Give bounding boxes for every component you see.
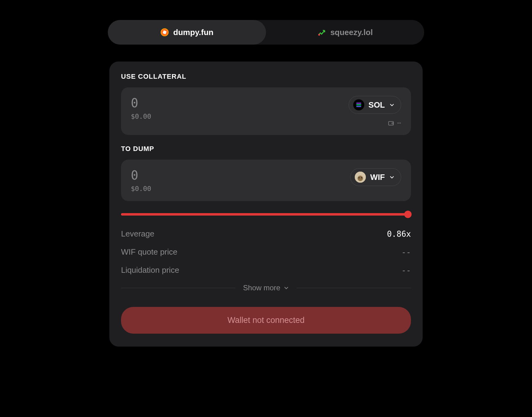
chevron-down-icon bbox=[389, 102, 395, 108]
svg-rect-5 bbox=[356, 106, 361, 107]
collateral-token-name: SOL bbox=[369, 100, 385, 110]
quote-price-value: -- bbox=[401, 248, 411, 257]
trade-card: USE COLLATERAL 0 $0.00 SOL bbox=[109, 62, 423, 347]
squeezy-icon bbox=[317, 28, 326, 37]
liquidation-price-label: Liquidation price bbox=[121, 265, 179, 275]
svg-rect-3 bbox=[356, 103, 361, 104]
svg-point-2 bbox=[318, 34, 320, 36]
collateral-amount-input[interactable]: 0 bbox=[131, 96, 151, 110]
dump-label: TO DUMP bbox=[121, 145, 411, 153]
collateral-usd-value: $0.00 bbox=[131, 113, 151, 120]
sol-token-icon bbox=[353, 99, 364, 110]
wallet-icon bbox=[388, 120, 394, 126]
collateral-input-box: 0 $0.00 SOL bbox=[121, 87, 411, 135]
show-more-label: Show more bbox=[243, 284, 280, 292]
tab-dumpy[interactable]: dumpy.fun bbox=[108, 20, 266, 45]
tab-squeezy[interactable]: squeezy.lol bbox=[266, 20, 424, 45]
chevron-down-icon bbox=[389, 174, 395, 180]
dump-input-box: 0 $0.00 WIF bbox=[121, 160, 411, 201]
info-rows: Leverage 0.86x WIF quote price -- Liquid… bbox=[121, 229, 411, 275]
wallet-balance: -- bbox=[388, 119, 401, 126]
wif-token-icon bbox=[355, 172, 366, 183]
svg-rect-6 bbox=[389, 121, 393, 125]
leverage-slider[interactable] bbox=[121, 212, 411, 217]
tab-squeezy-label: squeezy.lol bbox=[330, 28, 373, 37]
liquidation-price-row: Liquidation price -- bbox=[121, 265, 411, 275]
leverage-label: Leverage bbox=[121, 229, 154, 239]
svg-point-10 bbox=[359, 177, 360, 178]
dump-token-name: WIF bbox=[370, 173, 385, 182]
liquidation-price-value: -- bbox=[401, 266, 411, 275]
tab-switcher: dumpy.fun squeezy.lol bbox=[108, 20, 424, 45]
svg-rect-4 bbox=[356, 105, 361, 105]
leverage-value: 0.86x bbox=[387, 229, 411, 239]
svg-point-11 bbox=[361, 177, 362, 178]
show-more-toggle[interactable]: Show more bbox=[121, 284, 411, 292]
dump-amount-input[interactable]: 0 bbox=[131, 168, 151, 182]
slider-track bbox=[121, 213, 411, 216]
collateral-token-selector[interactable]: SOL bbox=[349, 96, 401, 114]
quote-price-row: WIF quote price -- bbox=[121, 247, 411, 257]
collateral-label: USE COLLATERAL bbox=[121, 73, 411, 81]
connect-wallet-button[interactable]: Wallet not connected bbox=[121, 307, 411, 334]
chevron-down-icon bbox=[284, 285, 289, 291]
divider-line bbox=[296, 288, 411, 288]
slider-thumb[interactable] bbox=[404, 211, 412, 218]
wallet-balance-value: -- bbox=[397, 119, 401, 126]
svg-rect-7 bbox=[392, 123, 393, 124]
svg-point-9 bbox=[358, 176, 363, 181]
leverage-row: Leverage 0.86x bbox=[121, 229, 411, 239]
dump-usd-value: $0.00 bbox=[131, 185, 151, 193]
tab-dumpy-label: dumpy.fun bbox=[173, 28, 213, 37]
dump-token-selector[interactable]: WIF bbox=[350, 168, 401, 186]
quote-price-label: WIF quote price bbox=[121, 247, 178, 257]
dumpy-icon bbox=[160, 28, 169, 37]
divider-line bbox=[121, 288, 236, 288]
